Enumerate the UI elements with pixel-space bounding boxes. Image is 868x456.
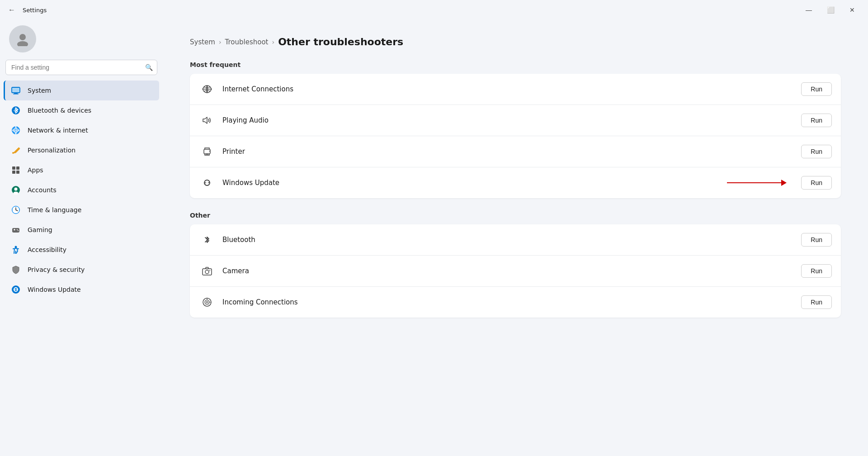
sidebar-item-gaming[interactable]: Gaming — [4, 220, 159, 240]
network-icon — [10, 125, 21, 136]
accessibility-icon — [10, 244, 21, 255]
sidebar-label-apps: Apps — [28, 166, 43, 174]
sidebar-item-system[interactable]: System — [4, 81, 159, 100]
sidebar-label-update: Windows Update — [28, 286, 81, 293]
winupdate-icon — [199, 175, 215, 191]
run-bluetooth-button[interactable]: Run — [801, 233, 832, 247]
close-button[interactable]: ✕ — [842, 3, 863, 17]
run-winupdate-button[interactable]: Run — [801, 176, 832, 190]
run-internet-button[interactable]: Run — [801, 82, 832, 96]
privacy-icon — [10, 264, 21, 275]
apps-icon — [10, 165, 21, 176]
svg-point-35 — [209, 270, 210, 271]
sidebar-item-network[interactable]: Network & internet — [4, 120, 159, 140]
arrow-line — [727, 182, 781, 183]
avatar — [9, 25, 36, 52]
svg-point-32 — [209, 151, 210, 152]
sidebar-item-personalization[interactable]: Personalization — [4, 140, 159, 160]
section-most-frequent: Most frequent Internet Con — [190, 61, 841, 198]
sidebar-label-time: Time & language — [28, 206, 81, 214]
svg-rect-33 — [203, 269, 212, 275]
internet-connections-label: Internet Connections — [222, 85, 794, 93]
update-icon — [10, 284, 21, 295]
sidebar-item-bluetooth[interactable]: +" Bluetooth & devices — [4, 100, 159, 120]
sidebar-item-privacy[interactable]: Privacy & security — [4, 260, 159, 280]
svg-rect-29 — [204, 149, 210, 154]
sidebar-label-accounts: Accounts — [28, 186, 57, 194]
maximize-button[interactable]: ⬜ — [820, 3, 841, 17]
run-incoming-button[interactable]: Run — [801, 295, 832, 309]
svg-point-24 — [17, 229, 18, 230]
svg-rect-2 — [12, 87, 20, 93]
incoming-icon — [199, 294, 215, 310]
run-printer-button[interactable]: Run — [801, 145, 832, 158]
run-camera-button[interactable]: Run — [801, 264, 832, 278]
search-box[interactable]: 🔍 — [5, 60, 157, 75]
bluetooth-label: Bluetooth — [222, 236, 794, 244]
svg-point-15 — [14, 188, 18, 191]
system-icon — [10, 85, 21, 96]
svg-point-0 — [19, 34, 26, 40]
personalization-icon — [10, 145, 21, 156]
sidebar-item-time[interactable]: Time & language — [4, 200, 159, 220]
svg-point-38 — [206, 301, 208, 303]
internet-icon — [199, 81, 215, 97]
section-other: Other Bluetooth Run — [190, 212, 841, 318]
list-item-audio: Playing Audio Run — [190, 105, 841, 136]
svg-rect-13 — [16, 171, 19, 174]
sidebar-item-accounts[interactable]: Accounts — [4, 180, 159, 200]
sidebar-item-update[interactable]: Windows Update — [4, 280, 159, 299]
search-icon: 🔍 — [145, 64, 153, 71]
list-item-printer: Printer Run — [190, 136, 841, 167]
sidebar-label-accessibility: Accessibility — [28, 246, 66, 253]
breadcrumb-system[interactable]: System — [190, 38, 215, 46]
svg-rect-23 — [14, 229, 15, 231]
minimize-button[interactable]: — — [798, 3, 819, 17]
section-label-other: Other — [190, 212, 841, 219]
svg-point-25 — [18, 230, 19, 231]
breadcrumb-sep-2: › — [272, 38, 275, 46]
sidebar-item-apps[interactable]: Apps — [4, 160, 159, 180]
sidebar-item-accessibility[interactable]: Accessibility — [4, 240, 159, 260]
svg-rect-10 — [12, 166, 15, 170]
svg-point-27 — [12, 285, 20, 294]
back-button[interactable]: ← — [5, 4, 18, 16]
breadcrumb: System › Troubleshoot › Other troublesho… — [190, 36, 841, 48]
app-body: 🔍 System +" Bluetooth & device — [0, 18, 868, 456]
app-title: Settings — [23, 7, 47, 14]
svg-point-34 — [205, 270, 209, 274]
run-audio-button[interactable]: Run — [801, 114, 832, 127]
title-bar: ← Settings — ⬜ ✕ — [0, 0, 868, 18]
svg-rect-11 — [16, 166, 19, 170]
svg-point-37 — [205, 300, 209, 304]
printer-label: Printer — [222, 147, 794, 156]
main-content: System › Troubleshoot › Other troublesho… — [163, 18, 868, 456]
sidebar-label-personalization: Personalization — [28, 147, 75, 154]
sidebar-label-network: Network & internet — [28, 127, 88, 134]
breadcrumb-sep-1: › — [219, 38, 222, 46]
winupdate-label: Windows Update — [222, 179, 794, 187]
list-item-camera: Camera Run — [190, 256, 841, 287]
section-label-frequent: Most frequent — [190, 61, 841, 68]
accounts-icon — [10, 185, 21, 195]
svg-rect-4 — [13, 94, 19, 95]
camera-label: Camera — [222, 267, 794, 275]
svg-point-1 — [17, 41, 28, 46]
svg-rect-12 — [12, 171, 15, 174]
user-avatar-section — [4, 18, 159, 60]
sidebar-label-privacy: Privacy & security — [28, 266, 85, 273]
printer-icon — [199, 143, 215, 160]
svg-point-26 — [15, 246, 17, 248]
arrow-head — [781, 180, 787, 186]
camera-icon — [199, 263, 215, 279]
time-icon — [10, 204, 21, 215]
svg-point-9 — [12, 152, 14, 154]
frequent-list: Internet Connections Run Playing Audio R… — [190, 74, 841, 198]
sidebar-label-gaming: Gaming — [28, 226, 52, 233]
breadcrumb-troubleshoot[interactable]: Troubleshoot — [225, 38, 269, 46]
list-item-internet: Internet Connections Run — [190, 74, 841, 105]
arrow-annotation — [727, 180, 787, 186]
incoming-label: Incoming Connections — [222, 298, 794, 306]
sidebar: 🔍 System +" Bluetooth & device — [0, 18, 163, 456]
search-input[interactable] — [5, 60, 157, 75]
